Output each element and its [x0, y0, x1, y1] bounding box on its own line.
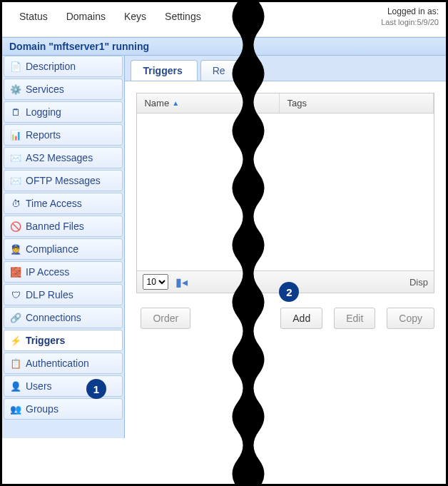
pager-display: Disp [409, 277, 428, 288]
sidebar-dlp-rules[interactable]: 🛡DLP Rules [4, 284, 123, 305]
nav-keys[interactable]: Keys [124, 11, 146, 22]
nav-domains[interactable]: Domains [66, 11, 106, 22]
sidebar-users[interactable]: 👤Users [4, 375, 123, 397]
top-nav: Status Domains Keys Settings [9, 6, 201, 22]
sidebar-connections-icon: 🔗 [10, 312, 21, 323]
nav-settings[interactable]: Settings [165, 11, 201, 22]
sidebar-dlp-rules-icon: 🛡 [10, 289, 21, 300]
sidebar-time-access[interactable]: ⏱Time Access [4, 193, 123, 214]
action-buttons: Order Add Edit Copy 2 [136, 308, 434, 329]
sidebar-reports-icon: 📊 [10, 129, 21, 141]
sidebar-connections[interactable]: 🔗Connections [4, 307, 123, 328]
sidebar-oftp-messages-icon: ✉️ [10, 175, 21, 186]
domain-title-bar: Domain "mftserver1" running [2, 37, 446, 56]
sidebar-users-icon: 👤 [10, 380, 21, 392]
sidebar-compliance-icon: 👮 [10, 243, 21, 255]
sidebar-compliance[interactable]: 👮Compliance [4, 238, 123, 260]
logged-in-as: Logged in as: [381, 6, 439, 16]
sidebar-compliance-label: Compliance [26, 243, 78, 255]
copy-button[interactable]: Copy [387, 308, 434, 329]
sidebar-reports-label: Reports [26, 129, 61, 141]
main-panel: Triggers Re Name ▲ Tags 10 [125, 56, 446, 438]
sidebar-time-access-label: Time Access [26, 198, 82, 209]
sidebar-connections-label: Connections [26, 312, 81, 323]
sidebar-users-label: Users [26, 380, 52, 392]
sidebar-banned-files[interactable]: 🚫Banned Files [4, 216, 123, 237]
sidebar-authentication-label: Authentication [26, 358, 89, 369]
sidebar-dlp-rules-label: DLP Rules [26, 289, 73, 300]
login-info: Logged in as: Last login:5/9/20 [381, 6, 439, 26]
tab-other[interactable]: Re [200, 60, 240, 81]
sidebar-triggers[interactable]: ⚡Triggers [4, 330, 123, 351]
sidebar-banned-files-label: Banned Files [26, 221, 84, 232]
page-size-select[interactable]: 10 [143, 274, 168, 290]
sidebar-description-label: Description [26, 61, 76, 72]
nav-status[interactable]: Status [19, 11, 48, 22]
sidebar-ip-access[interactable]: 🧱IP Access [4, 261, 123, 283]
sidebar-ip-access-icon: 🧱 [10, 266, 21, 278]
sidebar-authentication-icon: 📋 [10, 358, 21, 369]
sidebar-oftp-messages[interactable]: ✉️OFTP Messages [4, 170, 123, 191]
sidebar-groups[interactable]: 👥Groups [4, 398, 123, 420]
sidebar-as2-messages-label: AS2 Messages [26, 152, 93, 163]
sidebar-time-access-icon: ⏱ [10, 198, 21, 209]
last-login: Last login:5/9/20 [381, 18, 439, 26]
grid-body [137, 113, 434, 270]
sidebar-authentication[interactable]: 📋Authentication [4, 353, 123, 374]
sidebar-as2-messages-icon: ✉️ [10, 152, 21, 163]
edit-button[interactable]: Edit [334, 308, 375, 329]
sidebar-logging-label: Logging [26, 106, 61, 118]
sort-asc-icon: ▲ [172, 99, 179, 107]
sidebar-description[interactable]: 📄Description [4, 56, 123, 77]
sidebar-banned-files-icon: 🚫 [10, 221, 21, 232]
sidebar-services[interactable]: ⚙️Services [4, 79, 123, 100]
grid-header: Name ▲ Tags [137, 93, 434, 113]
sidebar-groups-label: Groups [26, 403, 58, 415]
sidebar-oftp-messages-label: OFTP Messages [26, 175, 101, 186]
sidebar-description-icon: 📄 [10, 61, 21, 72]
triggers-grid: Name ▲ Tags 10 ▮◂ Disp [136, 93, 434, 293]
sidebar-logging-icon: 🗒 [10, 106, 21, 118]
tab-strip: Triggers Re [125, 56, 446, 81]
sidebar-ip-access-label: IP Access [26, 266, 69, 278]
sidebar-triggers-icon: ⚡ [10, 335, 21, 346]
grid-pager: 10 ▮◂ Disp [137, 270, 434, 293]
sidebar-reports[interactable]: 📊Reports [4, 124, 123, 146]
sidebar-services-label: Services [26, 83, 64, 95]
sidebar-services-icon: ⚙️ [10, 83, 21, 95]
sidebar-triggers-label: Triggers [26, 335, 65, 346]
tab-triggers[interactable]: Triggers [131, 60, 197, 81]
sidebar-groups-icon: 👥 [10, 403, 21, 415]
sidebar-logging[interactable]: 🗒Logging [4, 101, 123, 123]
pager-first-icon[interactable]: ▮◂ [168, 275, 188, 289]
add-button[interactable]: Add [280, 308, 322, 329]
sidebar: 📄Description⚙️Services🗒Logging📊Reports✉️… [2, 56, 125, 438]
order-button[interactable]: Order [141, 308, 190, 329]
col-name[interactable]: Name ▲ [137, 93, 280, 113]
col-tags[interactable]: Tags [280, 93, 434, 113]
sidebar-as2-messages[interactable]: ✉️AS2 Messages [4, 147, 123, 168]
